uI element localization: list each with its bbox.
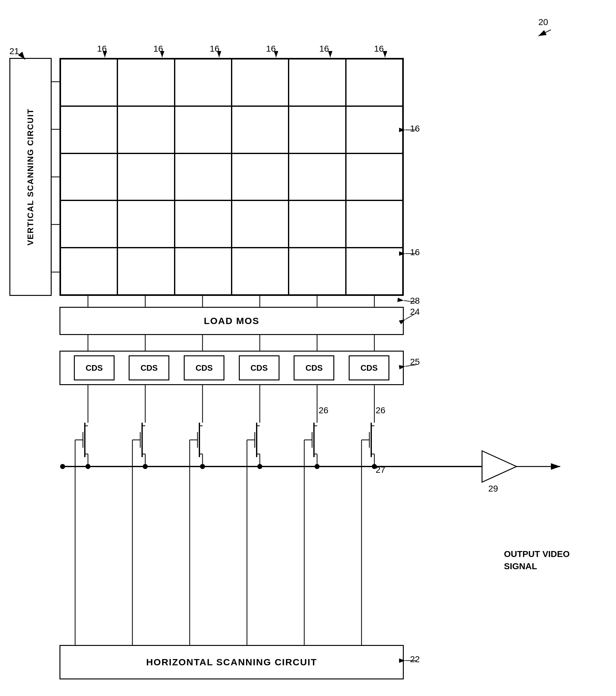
pixel-cell [117, 106, 174, 154]
horizontal-scanning-circuit-box: HORIZONTAL SCANNING CIRCUIT [60, 645, 404, 679]
pixel-cell [175, 106, 232, 154]
ref-22: 22 [410, 654, 420, 664]
pixel-cell [289, 106, 345, 154]
svg-marker-92 [482, 451, 517, 482]
ref-row2-16: 16 [410, 247, 420, 257]
svg-text:26: 26 [376, 406, 385, 415]
ref-25: 25 [410, 357, 420, 367]
svg-point-87 [257, 464, 262, 469]
pixel-cell [175, 59, 232, 106]
ref-24: 24 [410, 307, 420, 317]
svg-point-84 [85, 464, 91, 469]
pixel-cell [61, 106, 117, 154]
ref-col2-16: 16 [153, 44, 163, 54]
svg-text:27: 27 [376, 465, 385, 475]
pixel-cell [232, 106, 289, 154]
pixel-cell [232, 59, 289, 106]
ref-col3-16: 16 [210, 44, 220, 54]
pixel-cell [346, 59, 403, 106]
pixel-cell [346, 200, 403, 248]
pixel-cell [346, 248, 403, 295]
load-mos-box: LOAD MOS [60, 307, 404, 335]
pixel-cell [232, 154, 289, 201]
svg-text:26: 26 [319, 406, 328, 415]
output-video-signal-label: OUTPUT VIDEOSIGNAL [504, 548, 570, 572]
svg-text:29: 29 [488, 484, 498, 493]
pixel-cell [346, 106, 403, 154]
pixel-cell [117, 248, 174, 295]
ref-28: 28 [410, 296, 420, 306]
svg-point-88 [314, 464, 320, 469]
ref-row1-16: 16 [410, 124, 420, 134]
cds-box-4: CDS [239, 355, 279, 380]
pixel-cell [117, 200, 174, 248]
ref-col4-16: 16 [266, 44, 276, 54]
cds-box-1: CDS [74, 355, 115, 380]
diagram-container: 20 21 VERTICAL SCANNING CIRCUIT 16 16 16… [0, 0, 616, 696]
pixel-cell [117, 154, 174, 201]
cds-row: CDS CDS CDS CDS CDS CDS [60, 351, 404, 385]
cds-box-2: CDS [129, 355, 169, 380]
pixel-cell [232, 200, 289, 248]
pixel-cell [61, 248, 117, 295]
pixel-cell [175, 248, 232, 295]
cds-box-6: CDS [349, 355, 389, 380]
vertical-scanning-circuit-box: VERTICAL SCANNING CIRCUIT [10, 58, 52, 296]
ref-col6-16: 16 [374, 44, 384, 54]
svg-point-85 [143, 464, 148, 469]
pixel-cell [117, 59, 174, 106]
pixel-cell [232, 248, 289, 295]
ref-21: 21 [10, 46, 19, 57]
pixel-cell [346, 154, 403, 201]
svg-line-2 [538, 30, 551, 36]
pixel-cell [61, 154, 117, 201]
svg-point-86 [200, 464, 205, 469]
pixel-cell [175, 154, 232, 201]
cds-box-5: CDS [294, 355, 334, 380]
pixel-cell [61, 59, 117, 106]
ref-col5-16: 16 [319, 44, 329, 54]
pixel-cell [289, 59, 345, 106]
vertical-circuit-label: VERTICAL SCANNING CIRCUIT [26, 108, 35, 246]
pixel-cell [289, 200, 345, 248]
pixel-cell [289, 154, 345, 201]
pixel-array [60, 58, 404, 296]
pixel-cell [289, 248, 345, 295]
svg-point-90 [60, 464, 65, 469]
load-mos-label: LOAD MOS [204, 316, 259, 326]
cds-box-3: CDS [184, 355, 224, 380]
horiz-circuit-label: HORIZONTAL SCANNING CIRCUIT [146, 657, 317, 667]
pixel-cell [61, 200, 117, 248]
pixel-cell [175, 200, 232, 248]
ref-20: 20 [538, 17, 548, 27]
ref-col1-16: 16 [97, 44, 107, 54]
svg-point-89 [372, 464, 377, 469]
